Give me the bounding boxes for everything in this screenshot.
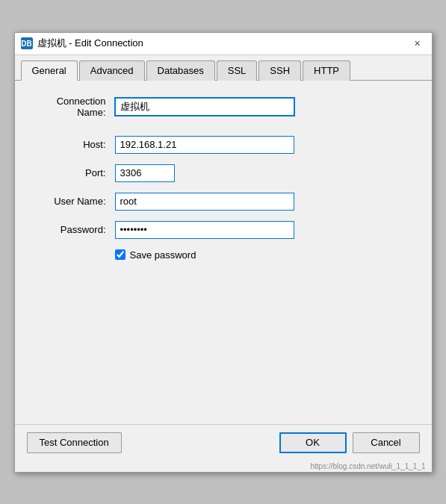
tab-databases[interactable]: Databases (146, 60, 215, 81)
tab-advanced[interactable]: Advanced (79, 60, 145, 81)
password-label: Password: (33, 224, 115, 235)
username-row: User Name: (33, 193, 414, 211)
title-bar: DB 虚拟机 - Edit Connection × (15, 33, 432, 55)
username-input[interactable] (115, 193, 294, 211)
tab-general[interactable]: General (21, 60, 78, 81)
save-password-row: Save password (115, 249, 414, 261)
ok-button[interactable]: OK (279, 432, 347, 453)
dialog-title: 虚拟机 - Edit Connection (37, 37, 143, 50)
edit-connection-dialog: DB 虚拟机 - Edit Connection × General Advan… (14, 32, 433, 473)
app-icon: DB (21, 37, 33, 49)
save-password-label[interactable]: Save password (130, 249, 196, 261)
title-bar-left: DB 虚拟机 - Edit Connection (21, 37, 143, 50)
connection-name-row: Connection Name: (33, 96, 414, 118)
close-button[interactable]: × (409, 35, 426, 52)
tab-ssl[interactable]: SSL (217, 60, 258, 81)
host-label: Host: (33, 139, 115, 150)
password-row: Password: (33, 221, 414, 239)
port-label: Port: (33, 167, 115, 178)
port-row: Port: (33, 164, 414, 182)
test-connection-button[interactable]: Test Connection (27, 432, 122, 453)
watermark: https://blog.csdn.net/wuli_1_1_1_1 (15, 461, 432, 472)
connection-name-input[interactable] (115, 98, 294, 116)
port-input[interactable] (115, 164, 175, 182)
tab-ssh[interactable]: SSH (258, 60, 301, 81)
cancel-button[interactable]: Cancel (353, 432, 420, 453)
password-input[interactable] (115, 221, 294, 239)
tab-http[interactable]: HTTP (303, 60, 350, 81)
footer-right: OK Cancel (279, 432, 420, 453)
footer-left: Test Connection (27, 432, 122, 453)
connection-name-label: Connection Name: (33, 96, 115, 118)
save-password-checkbox[interactable] (115, 249, 126, 260)
form-content: Connection Name: Host: Port: User Name: … (15, 81, 432, 424)
host-row: Host: (33, 136, 414, 154)
username-label: User Name: (33, 196, 115, 207)
dialog-footer: Test Connection OK Cancel (15, 424, 432, 461)
tab-bar: General Advanced Databases SSL SSH HTTP (15, 55, 432, 81)
host-input[interactable] (115, 136, 294, 154)
